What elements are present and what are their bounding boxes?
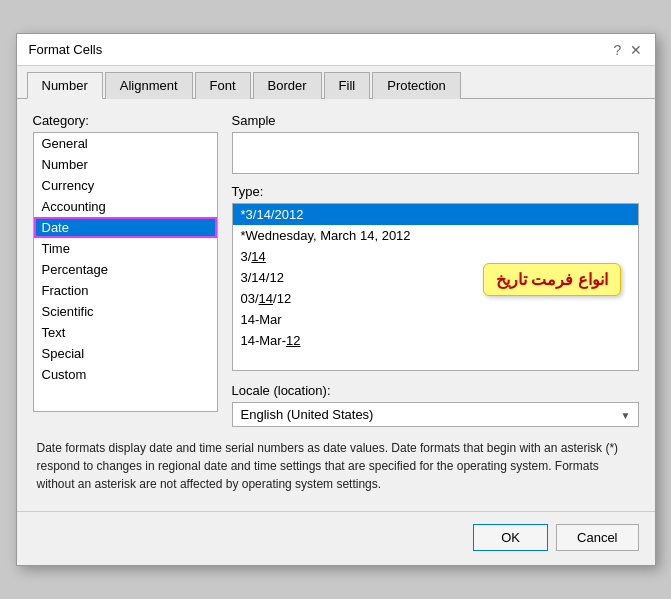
locale-select-wrapper: English (United States) bbox=[232, 402, 639, 427]
sample-section: Sample bbox=[232, 113, 639, 174]
locale-label: Locale (location): bbox=[232, 383, 639, 398]
category-item-accounting[interactable]: Accounting bbox=[34, 196, 217, 217]
dialog-title: Format Cells bbox=[29, 42, 103, 57]
right-panel: Sample Type: *3/14/2012 *Wednesday, Marc… bbox=[232, 113, 639, 427]
main-content: Category: General Number Currency Accoun… bbox=[17, 99, 655, 507]
type-list-container: *3/14/2012 *Wednesday, March 14, 2012 3/… bbox=[232, 203, 639, 371]
sample-box bbox=[232, 132, 639, 174]
close-button[interactable]: ✕ bbox=[629, 43, 643, 57]
category-item-date[interactable]: Date bbox=[34, 217, 217, 238]
category-item-scientific[interactable]: Scientific bbox=[34, 301, 217, 322]
category-section: Category: General Number Currency Accoun… bbox=[33, 113, 218, 427]
tab-alignment[interactable]: Alignment bbox=[105, 72, 193, 99]
tab-protection[interactable]: Protection bbox=[372, 72, 461, 99]
category-item-time[interactable]: Time bbox=[34, 238, 217, 259]
category-item-fraction[interactable]: Fraction bbox=[34, 280, 217, 301]
ok-button[interactable]: OK bbox=[473, 524, 548, 551]
category-list[interactable]: General Number Currency Accounting Date … bbox=[33, 132, 218, 412]
type-item-1[interactable]: *Wednesday, March 14, 2012 bbox=[233, 225, 638, 246]
cancel-button[interactable]: Cancel bbox=[556, 524, 638, 551]
type-label: Type: bbox=[232, 184, 639, 199]
description-area: Date formats display date and time seria… bbox=[33, 439, 639, 493]
type-item-5[interactable]: 14-Mar bbox=[233, 309, 638, 330]
main-area: Category: General Number Currency Accoun… bbox=[33, 113, 639, 427]
category-item-text[interactable]: Text bbox=[34, 322, 217, 343]
help-button[interactable]: ? bbox=[611, 43, 625, 57]
category-item-currency[interactable]: Currency bbox=[34, 175, 217, 196]
locale-select[interactable]: English (United States) bbox=[232, 402, 639, 427]
format-cells-dialog: Format Cells ? ✕ Number Alignment Font B… bbox=[16, 33, 656, 566]
annotation-bubble: انواع فرمت تاریخ bbox=[483, 263, 621, 296]
tab-fill[interactable]: Fill bbox=[324, 72, 371, 99]
title-bar: Format Cells ? ✕ bbox=[17, 34, 655, 66]
category-item-special[interactable]: Special bbox=[34, 343, 217, 364]
category-label: Category: bbox=[33, 113, 218, 128]
category-item-percentage[interactable]: Percentage bbox=[34, 259, 217, 280]
category-item-number[interactable]: Number bbox=[34, 154, 217, 175]
type-item-6[interactable]: 14-Mar-12 bbox=[233, 330, 638, 351]
tabs-bar: Number Alignment Font Border Fill Protec… bbox=[17, 66, 655, 99]
tab-border[interactable]: Border bbox=[253, 72, 322, 99]
category-item-general[interactable]: General bbox=[34, 133, 217, 154]
category-item-custom[interactable]: Custom bbox=[34, 364, 217, 385]
locale-section: Locale (location): English (United State… bbox=[232, 383, 639, 427]
tab-font[interactable]: Font bbox=[195, 72, 251, 99]
tab-number[interactable]: Number bbox=[27, 72, 103, 99]
button-row: OK Cancel bbox=[17, 511, 655, 565]
type-item-0[interactable]: *3/14/2012 bbox=[233, 204, 638, 225]
sample-label: Sample bbox=[232, 113, 639, 128]
type-section: Type: *3/14/2012 *Wednesday, March 14, 2… bbox=[232, 184, 639, 371]
title-controls: ? ✕ bbox=[611, 43, 643, 57]
